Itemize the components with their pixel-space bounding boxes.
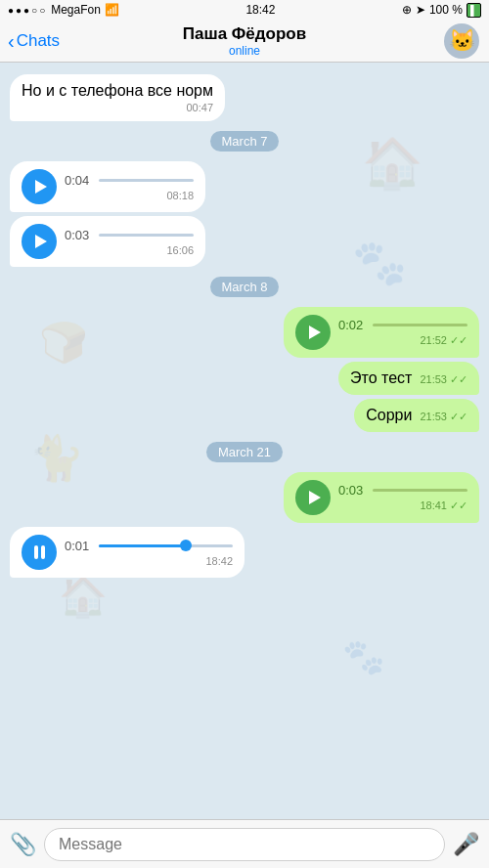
message-text: Это тест (350, 369, 412, 387)
message-input[interactable] (44, 828, 445, 861)
voice-content: 0:04 08:18 (65, 173, 194, 201)
nav-title-block: Паша Фёдоров online (183, 24, 306, 58)
read-receipts: ✓✓ (450, 499, 467, 511)
microphone-button[interactable]: 🎤 (453, 832, 479, 857)
battery-icon: ▌ (467, 3, 481, 18)
waveform-track (99, 179, 194, 182)
date-separator: March 8 (10, 277, 479, 297)
message-time: 00:47 (22, 102, 213, 113)
date-label: March 21 (206, 442, 283, 462)
voice-bubble: 0:03 16:06 (10, 216, 205, 267)
progress-bar-container[interactable] (99, 540, 233, 551)
message-row: 0:01 18:42 (10, 527, 479, 578)
chat-area: 🏠 🐾 🍞 🐈 🦴 🏠 🐾 Но и с телефона все норм 0… (0, 63, 489, 819)
play-icon (35, 180, 47, 194)
progress-thumb (180, 540, 192, 551)
message-row: Но и с телефона все норм 00:47 (10, 74, 479, 121)
voice-duration: 0:01 (65, 539, 89, 553)
read-receipts: ✓✓ (450, 411, 467, 422)
message-row: Сорри 21:53 ✓✓ (10, 399, 479, 432)
message-bubble: Это тест 21:53 ✓✓ (338, 362, 479, 395)
message-row: 0:03 18:41 ✓✓ (10, 472, 479, 523)
voice-bubble: 0:04 08:18 (10, 161, 205, 212)
back-label[interactable]: Chats (17, 31, 60, 51)
pause-bar-right (41, 545, 45, 559)
voice-time: 18:41 ✓✓ (338, 499, 467, 512)
arrow-icon: ➤ (416, 3, 425, 17)
message-row: 0:04 08:18 (10, 161, 479, 212)
message-row: Это тест 21:53 ✓✓ (10, 362, 479, 395)
voice-time: 21:52 ✓✓ (338, 334, 467, 347)
svg-text:🏠: 🏠 (59, 573, 108, 620)
message-time: 21:53 (420, 411, 447, 422)
message-text: Но и с телефона все норм (22, 82, 213, 100)
waveform-track (373, 489, 467, 492)
voice-bubble-playing: 0:01 18:42 (10, 527, 244, 578)
location-icon: ⊕ (402, 3, 412, 17)
play-button[interactable] (22, 169, 57, 204)
play-button[interactable] (295, 315, 331, 350)
voice-time: 16:06 (65, 244, 194, 256)
online-status: online (183, 44, 306, 58)
svg-text:🐾: 🐾 (342, 636, 385, 677)
play-icon (309, 326, 321, 339)
message-bubble: Сорри 21:53 ✓✓ (354, 399, 479, 432)
voice-time: 08:18 (65, 190, 194, 201)
date-separator: March 7 (10, 131, 479, 152)
progress-track (99, 544, 233, 547)
voice-duration: 0:03 (338, 483, 363, 498)
input-area: 📎 🎤 (0, 819, 489, 868)
waveform-track (373, 324, 467, 326)
voice-bubble: 0:02 21:52 ✓✓ (284, 307, 479, 358)
voice-duration: 0:03 (65, 228, 89, 242)
battery-label: 100 % (429, 3, 463, 17)
status-right: ⊕ ➤ 100 % ▌ (402, 3, 481, 18)
progress-fill (99, 544, 186, 547)
message-row: 0:02 21:52 ✓✓ (10, 307, 479, 358)
message-time: 21:53 (420, 373, 447, 385)
voice-content: 0:01 18:42 (65, 539, 233, 567)
back-button[interactable]: ‹ Chats (8, 31, 60, 51)
play-icon (309, 491, 321, 504)
voice-content: 0:02 21:52 ✓✓ (338, 318, 467, 347)
message-text: Сорри (366, 407, 412, 424)
voice-duration: 0:02 (338, 318, 363, 332)
date-separator: March 21 (10, 442, 479, 462)
chevron-left-icon: ‹ (8, 31, 15, 51)
nav-bar: ‹ Chats Паша Фёдоров online 🐱 (0, 20, 489, 63)
avatar-image: 🐱 (449, 28, 475, 54)
play-icon (35, 235, 47, 248)
play-button[interactable] (295, 480, 331, 515)
play-button[interactable] (22, 224, 57, 259)
status-time: 18:42 (245, 3, 275, 17)
avatar[interactable]: 🐱 (444, 23, 479, 59)
status-left: ●●●○○ MegaFon 📶 (8, 3, 119, 17)
signal-dots: ●●●○○ (8, 5, 47, 16)
wifi-icon: 📶 (105, 3, 119, 17)
messages-container: Но и с телефона все норм 00:47 March 7 0… (10, 74, 479, 578)
pause-button[interactable] (22, 535, 57, 570)
read-receipts: ✓✓ (450, 334, 467, 346)
voice-bubble: 0:03 18:41 ✓✓ (284, 472, 479, 523)
attach-button[interactable]: 📎 (10, 832, 36, 857)
message-row: 0:03 16:06 (10, 216, 479, 267)
date-label: March 8 (210, 277, 280, 297)
pause-icon (34, 545, 45, 559)
carrier-label: MegaFon (51, 3, 101, 17)
contact-name: Паша Фёдоров (183, 24, 306, 44)
status-bar: ●●●○○ MegaFon 📶 18:42 ⊕ ➤ 100 % ▌ (0, 0, 489, 20)
date-label: March 7 (210, 131, 280, 152)
voice-content: 0:03 18:41 ✓✓ (338, 483, 467, 512)
voice-duration: 0:04 (65, 173, 89, 188)
read-receipts: ✓✓ (450, 373, 467, 385)
voice-time: 18:42 (65, 555, 233, 567)
waveform-track (99, 234, 194, 237)
pause-bar-left (34, 545, 38, 559)
message-bubble: Но и с телефона все норм 00:47 (10, 74, 225, 121)
voice-content: 0:03 16:06 (65, 228, 194, 256)
